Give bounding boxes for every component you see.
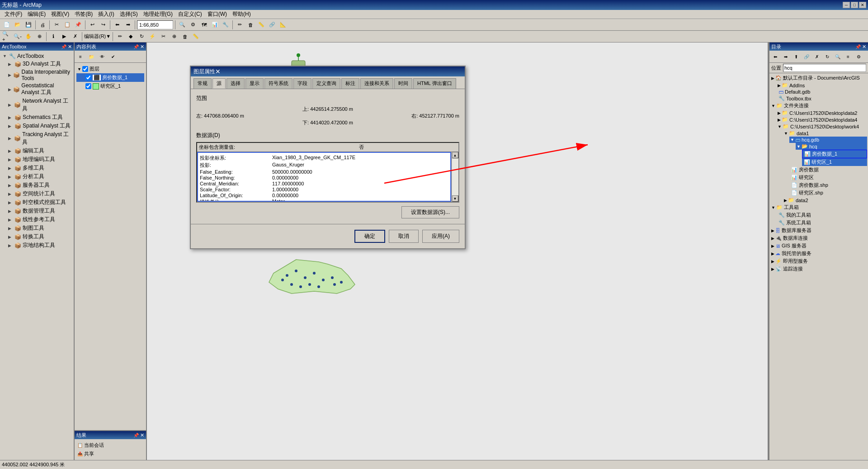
tree-parcel[interactable]: ▶ 📦 宗地结构工具 — [1, 241, 73, 250]
measure-btn[interactable]: 📏 — [191, 32, 201, 42]
tb1[interactable]: 🔍 — [177, 20, 187, 30]
catalog-back[interactable]: ⬅ — [770, 52, 780, 62]
cat-hosted-services[interactable]: ▶ ☁ 我托管的服务 — [770, 250, 867, 257]
pan-btn[interactable]: ✋ — [24, 32, 33, 42]
layer-housing-data-item[interactable]: ⬛ 房价数据_1 — [76, 73, 144, 82]
delete-btn[interactable]: 🗑 — [180, 32, 190, 42]
tree-spatial-stats[interactable]: ▶ 📦 空间统计工具 — [1, 189, 73, 198]
cat-data2[interactable]: ▶ 📁 C:\Users\17520\Desktop\data2 — [777, 109, 867, 116]
copy-btn[interactable]: 📋 — [62, 20, 72, 30]
cat-study-area[interactable]: 📊 研究区 — [789, 174, 867, 181]
tb7[interactable]: 🗑 — [245, 20, 255, 30]
toolbox-close[interactable]: ✕ — [68, 44, 72, 50]
catalog-pin[interactable]: 📌 — [855, 44, 861, 49]
cat-addins[interactable]: ▶ 📁 AddIns — [777, 82, 867, 89]
toolbox-pin[interactable]: 📌 — [61, 44, 66, 49]
catalog-connect[interactable]: 🔗 — [802, 52, 811, 62]
minimize-button[interactable]: ─ — [843, 2, 850, 8]
cat-folder-connections[interactable]: ▼ 📁 文件夹连接 — [770, 102, 867, 109]
back-btn[interactable]: ⬅ — [112, 20, 122, 30]
tree-spacetime[interactable]: ▶ 📦 时空模式挖掘工具 — [1, 198, 73, 207]
tab-symbology[interactable]: 符号系统 — [264, 78, 292, 89]
catalog-refresh[interactable]: ↻ — [822, 52, 832, 62]
results-close[interactable]: ✕ — [140, 432, 144, 438]
list-by-selection[interactable]: ✔ — [108, 52, 118, 62]
catalog-options[interactable]: ⚙ — [854, 52, 863, 62]
reshape-btn[interactable]: ⚡ — [147, 32, 157, 42]
scroll-up-btn[interactable]: ▲ — [452, 152, 458, 158]
cat-system-toolbox[interactable]: 🔧 系统工具箱 — [777, 219, 867, 227]
toolbox-root[interactable]: ▼ 🔧 ArcToolbox — [1, 52, 73, 60]
layer-study-area-item[interactable]: 研究区_1 — [76, 82, 144, 90]
merge-btn[interactable]: ⊕ — [169, 32, 179, 42]
edit-btn[interactable]: ✏ — [115, 32, 125, 42]
datasource-scrollbar[interactable]: ▲ ▼ — [451, 152, 458, 202]
redo-btn[interactable]: ↪ — [98, 20, 108, 30]
layer-study-checkbox[interactable] — [85, 83, 91, 89]
zoom-out-btn[interactable]: 🔍- — [13, 32, 23, 42]
tab-display[interactable]: 显示 — [245, 78, 264, 89]
cat-hcq-gdb[interactable]: ▼ 🗃 hcq.gdb — [789, 137, 867, 143]
paste-btn[interactable]: 📌 — [73, 20, 83, 30]
scale-input[interactable] — [137, 20, 173, 29]
cat-default-workspace[interactable]: ▶ 🏠 默认工作目录 - Documents\ArcGIS — [770, 74, 867, 82]
cat-data2-sub[interactable]: ▶ 📁 data2 — [783, 197, 867, 204]
cat-toolbox[interactable]: 🔧 Toolbox.tbx — [777, 95, 867, 102]
catalog-search[interactable]: 🔍 — [833, 52, 843, 62]
ok-button[interactable]: 确定 — [354, 230, 385, 243]
rotate-btn[interactable]: ↻ — [137, 32, 146, 42]
result-current-session[interactable]: 📋 当前会话 — [76, 441, 144, 450]
maximize-button[interactable]: □ — [851, 2, 858, 8]
content-pin[interactable]: 📌 — [133, 44, 139, 49]
cat-toolboxes[interactable]: ▼ 📁 工具箱 — [770, 204, 867, 211]
layer-properties-dialog[interactable]: 图层属性 ✕ 常规 源 选择 显示 符号系统 字段 定义查询 标注 连接和关系 … — [190, 66, 466, 249]
menu-edit[interactable]: 编辑(E) — [25, 9, 48, 19]
menu-select[interactable]: 选择(S) — [117, 9, 141, 19]
menu-help[interactable]: 帮助(H) — [230, 9, 254, 19]
tree-data-interop[interactable]: ▶ 📦 Data Interoperability Tools — [1, 68, 73, 82]
cut-btn[interactable]: ✂ — [52, 20, 61, 30]
close-button[interactable]: ✕ — [859, 2, 866, 8]
cat-db-server[interactable]: ▶ 🗄 数据库服务器 — [770, 227, 867, 234]
identify-btn[interactable]: ℹ — [48, 32, 58, 42]
cat-housing-shp[interactable]: 📄 房价数据.shp — [789, 181, 867, 189]
save-btn[interactable]: 💾 — [24, 20, 33, 30]
cat-housing-data[interactable]: 📊 房价数据 — [789, 166, 867, 174]
select-btn[interactable]: ▶ — [59, 32, 69, 42]
tab-time[interactable]: 时间 — [394, 78, 412, 89]
tb2[interactable]: ⚙ — [188, 20, 198, 30]
clear-select-btn[interactable]: ✗ — [70, 32, 80, 42]
menu-window[interactable]: 窗口(W) — [205, 9, 230, 19]
cat-data1-folder[interactable]: ▼ 📁 data1 — [783, 130, 867, 137]
menu-geoprocessing[interactable]: 地理处理(G) — [141, 9, 175, 19]
print-btn[interactable]: 🖨 — [38, 20, 47, 30]
tree-linear-ref[interactable]: ▶ 📦 线性参考工具 — [1, 215, 73, 224]
dialog-close-btn[interactable]: ✕ — [215, 68, 221, 75]
tree-analysis[interactable]: ▶ 📦 分析工具 — [1, 172, 73, 181]
list-by-visibility[interactable]: 👁 — [97, 52, 107, 62]
menu-file[interactable]: 文件(F) — [2, 9, 25, 19]
cat-data4[interactable]: ▶ 📁 C:\Users\17520\Desktop\data4 — [777, 116, 867, 123]
cat-work4[interactable]: ▼ 📁 C:\Users\17520\Desktop\work4 — [777, 123, 867, 130]
open-btn[interactable]: 📂 — [13, 20, 23, 30]
tree-edit-tools[interactable]: ▶ 📦 编辑工具 — [1, 147, 73, 155]
tree-tracking-analyst[interactable]: ▶ 📦 Tracking Analyst 工具 — [1, 130, 73, 147]
cat-gis-server[interactable]: ▶ 🖥 GIS 服务器 — [770, 242, 867, 250]
full-extent-btn[interactable]: ⊕ — [34, 32, 44, 42]
tree-cartography[interactable]: ▶ 📦 制图工具 — [1, 224, 73, 232]
catalog-forward[interactable]: ➡ — [781, 52, 791, 62]
cat-db-connection[interactable]: ▶ 🔌 数据库连接 — [770, 234, 867, 242]
content-close[interactable]: ✕ — [140, 44, 144, 50]
tab-source[interactable]: 源 — [212, 78, 226, 89]
tree-3d-analyst[interactable]: ▶ 📦 3D Analyst 工具 — [1, 60, 73, 68]
cat-study-shp[interactable]: 📄 研究区.shp — [789, 189, 867, 197]
cat-housing-data-1[interactable]: 📊 房价数据_1 — [802, 150, 867, 158]
tb4[interactable]: 📊 — [210, 20, 220, 30]
tree-spatial-analyst[interactable]: ▶ 📦 Spatial Analyst 工具 — [1, 122, 73, 130]
tb3[interactable]: 🗺 — [199, 20, 209, 30]
tab-selection[interactable]: 选择 — [226, 78, 245, 89]
tab-fields[interactable]: 字段 — [293, 78, 311, 89]
tab-definition-query[interactable]: 定义查询 — [312, 78, 340, 89]
apply-button[interactable]: 应用(A) — [422, 230, 459, 243]
new-btn[interactable]: 📄 — [2, 20, 12, 30]
